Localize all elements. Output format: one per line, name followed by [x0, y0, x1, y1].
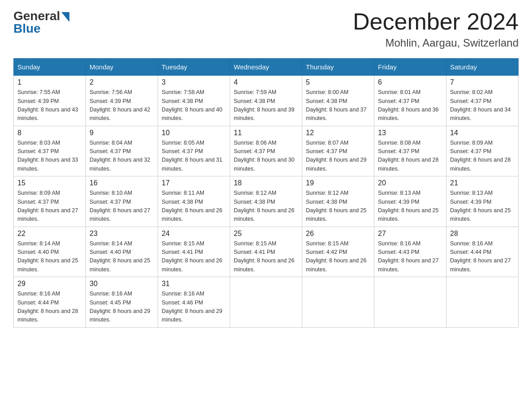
calendar-cell: 17Sunrise: 8:11 AMSunset: 4:38 PMDayligh…: [158, 176, 230, 227]
day-info: Sunrise: 8:15 AMSunset: 4:42 PMDaylight:…: [306, 240, 370, 274]
day-info: Sunrise: 8:00 AMSunset: 4:38 PMDaylight:…: [306, 88, 370, 123]
day-info: Sunrise: 8:09 AMSunset: 4:37 PMDaylight:…: [450, 139, 515, 174]
calendar-cell: 24Sunrise: 8:15 AMSunset: 4:41 PMDayligh…: [158, 227, 230, 277]
day-number: 15: [17, 179, 82, 187]
weekday-header-tuesday: Tuesday: [158, 59, 230, 76]
day-info: Sunrise: 8:05 AMSunset: 4:37 PMDaylight:…: [162, 139, 226, 174]
calendar-cell: 30Sunrise: 8:16 AMSunset: 4:45 PMDayligh…: [86, 277, 158, 328]
calendar-cell: 7Sunrise: 8:02 AMSunset: 4:37 PMDaylight…: [446, 76, 519, 126]
calendar-cell: 20Sunrise: 8:13 AMSunset: 4:39 PMDayligh…: [374, 176, 446, 227]
calendar-cell: 2Sunrise: 7:56 AMSunset: 4:39 PMDaylight…: [86, 76, 158, 126]
day-info: Sunrise: 8:16 AMSunset: 4:46 PMDaylight:…: [162, 290, 226, 325]
calendar-week-row: 29Sunrise: 8:16 AMSunset: 4:44 PMDayligh…: [14, 277, 519, 328]
calendar-cell: [230, 277, 302, 328]
day-info: Sunrise: 8:13 AMSunset: 4:39 PMDaylight:…: [378, 189, 442, 224]
logo-blue-text: Blue: [13, 21, 41, 36]
month-title: December 2024: [353, 9, 519, 34]
calendar-week-row: 8Sunrise: 8:03 AMSunset: 4:37 PMDaylight…: [14, 126, 519, 176]
day-number: 21: [450, 179, 515, 187]
day-info: Sunrise: 7:55 AMSunset: 4:39 PMDaylight:…: [17, 88, 82, 123]
day-info: Sunrise: 8:16 AMSunset: 4:44 PMDaylight:…: [17, 290, 82, 325]
calendar-cell: 28Sunrise: 8:16 AMSunset: 4:44 PMDayligh…: [446, 227, 519, 277]
day-info: Sunrise: 8:14 AMSunset: 4:40 PMDaylight:…: [17, 240, 82, 274]
calendar-cell: [446, 277, 519, 328]
day-info: Sunrise: 8:11 AMSunset: 4:38 PMDaylight:…: [162, 189, 226, 224]
calendar-cell: 25Sunrise: 8:15 AMSunset: 4:41 PMDayligh…: [230, 227, 302, 277]
calendar-cell: 29Sunrise: 8:16 AMSunset: 4:44 PMDayligh…: [14, 277, 86, 328]
day-number: 31: [162, 280, 226, 288]
day-number: 13: [378, 129, 442, 137]
logo: General Blue: [13, 9, 69, 36]
weekday-header-wednesday: Wednesday: [230, 59, 302, 76]
calendar-cell: 3Sunrise: 7:58 AMSunset: 4:38 PMDaylight…: [158, 76, 230, 126]
page-header: General Blue December 2024 Mohlin, Aarga…: [13, 9, 519, 49]
day-info: Sunrise: 8:14 AMSunset: 4:40 PMDaylight:…: [90, 240, 154, 274]
day-number: 10: [162, 129, 226, 137]
day-number: 23: [90, 230, 154, 238]
day-number: 25: [234, 230, 298, 238]
calendar-cell: 8Sunrise: 8:03 AMSunset: 4:37 PMDaylight…: [14, 126, 86, 176]
day-info: Sunrise: 8:03 AMSunset: 4:37 PMDaylight:…: [17, 139, 82, 174]
day-number: 5: [306, 78, 370, 86]
day-info: Sunrise: 8:08 AMSunset: 4:37 PMDaylight:…: [378, 139, 442, 174]
calendar-cell: 27Sunrise: 8:16 AMSunset: 4:43 PMDayligh…: [374, 227, 446, 277]
calendar-cell: 6Sunrise: 8:01 AMSunset: 4:37 PMDaylight…: [374, 76, 446, 126]
day-info: Sunrise: 8:15 AMSunset: 4:41 PMDaylight:…: [234, 240, 298, 274]
day-number: 6: [378, 78, 442, 86]
day-info: Sunrise: 8:16 AMSunset: 4:43 PMDaylight:…: [378, 240, 442, 274]
calendar-cell: 12Sunrise: 8:07 AMSunset: 4:37 PMDayligh…: [302, 126, 374, 176]
day-number: 30: [90, 280, 154, 288]
day-number: 1: [17, 78, 82, 86]
day-info: Sunrise: 7:56 AMSunset: 4:39 PMDaylight:…: [90, 88, 154, 123]
day-info: Sunrise: 8:16 AMSunset: 4:44 PMDaylight:…: [450, 240, 515, 274]
day-info: Sunrise: 8:10 AMSunset: 4:37 PMDaylight:…: [90, 189, 154, 224]
day-info: Sunrise: 8:13 AMSunset: 4:39 PMDaylight:…: [450, 189, 515, 224]
day-number: 3: [162, 78, 226, 86]
calendar-cell: 21Sunrise: 8:13 AMSunset: 4:39 PMDayligh…: [446, 176, 519, 227]
calendar-cell: 22Sunrise: 8:14 AMSunset: 4:40 PMDayligh…: [14, 227, 86, 277]
calendar-cell: 16Sunrise: 8:10 AMSunset: 4:37 PMDayligh…: [86, 176, 158, 227]
day-info: Sunrise: 8:01 AMSunset: 4:37 PMDaylight:…: [378, 88, 442, 123]
calendar-cell: 11Sunrise: 8:06 AMSunset: 4:37 PMDayligh…: [230, 126, 302, 176]
day-info: Sunrise: 8:16 AMSunset: 4:45 PMDaylight:…: [90, 290, 154, 325]
location-subtitle: Mohlin, Aargau, Switzerland: [353, 37, 519, 49]
calendar-cell: 18Sunrise: 8:12 AMSunset: 4:38 PMDayligh…: [230, 176, 302, 227]
title-section: December 2024 Mohlin, Aargau, Switzerlan…: [353, 9, 519, 49]
weekday-header-thursday: Thursday: [302, 59, 374, 76]
day-info: Sunrise: 7:59 AMSunset: 4:38 PMDaylight:…: [234, 88, 298, 123]
day-info: Sunrise: 8:06 AMSunset: 4:37 PMDaylight:…: [234, 139, 298, 174]
calendar-cell: 14Sunrise: 8:09 AMSunset: 4:37 PMDayligh…: [446, 126, 519, 176]
day-number: 8: [17, 129, 82, 137]
calendar-table: SundayMondayTuesdayWednesdayThursdayFrid…: [13, 58, 519, 328]
weekday-header-row: SundayMondayTuesdayWednesdayThursdayFrid…: [14, 59, 519, 76]
day-number: 22: [17, 230, 82, 238]
weekday-header-friday: Friday: [374, 59, 446, 76]
calendar-cell: 26Sunrise: 8:15 AMSunset: 4:42 PMDayligh…: [302, 227, 374, 277]
day-number: 12: [306, 129, 370, 137]
calendar-week-row: 15Sunrise: 8:09 AMSunset: 4:37 PMDayligh…: [14, 176, 519, 227]
day-info: Sunrise: 8:12 AMSunset: 4:38 PMDaylight:…: [234, 189, 298, 224]
day-number: 9: [90, 129, 154, 137]
calendar-cell: 23Sunrise: 8:14 AMSunset: 4:40 PMDayligh…: [86, 227, 158, 277]
weekday-header-sunday: Sunday: [14, 59, 86, 76]
calendar-cell: 31Sunrise: 8:16 AMSunset: 4:46 PMDayligh…: [158, 277, 230, 328]
weekday-header-saturday: Saturday: [446, 59, 519, 76]
calendar-cell: [302, 277, 374, 328]
calendar-cell: 19Sunrise: 8:12 AMSunset: 4:38 PMDayligh…: [302, 176, 374, 227]
day-number: 16: [90, 179, 154, 187]
calendar-cell: 4Sunrise: 7:59 AMSunset: 4:38 PMDaylight…: [230, 76, 302, 126]
day-number: 4: [234, 78, 298, 86]
day-info: Sunrise: 7:58 AMSunset: 4:38 PMDaylight:…: [162, 88, 226, 123]
day-number: 14: [450, 129, 515, 137]
logo-arrow-icon: [61, 12, 69, 22]
calendar-cell: 15Sunrise: 8:09 AMSunset: 4:37 PMDayligh…: [14, 176, 86, 227]
day-number: 2: [90, 78, 154, 86]
calendar-cell: 1Sunrise: 7:55 AMSunset: 4:39 PMDaylight…: [14, 76, 86, 126]
day-number: 11: [234, 129, 298, 137]
day-number: 19: [306, 179, 370, 187]
day-number: 29: [17, 280, 82, 288]
day-number: 7: [450, 78, 515, 86]
day-number: 26: [306, 230, 370, 238]
day-number: 20: [378, 179, 442, 187]
calendar-cell: 10Sunrise: 8:05 AMSunset: 4:37 PMDayligh…: [158, 126, 230, 176]
